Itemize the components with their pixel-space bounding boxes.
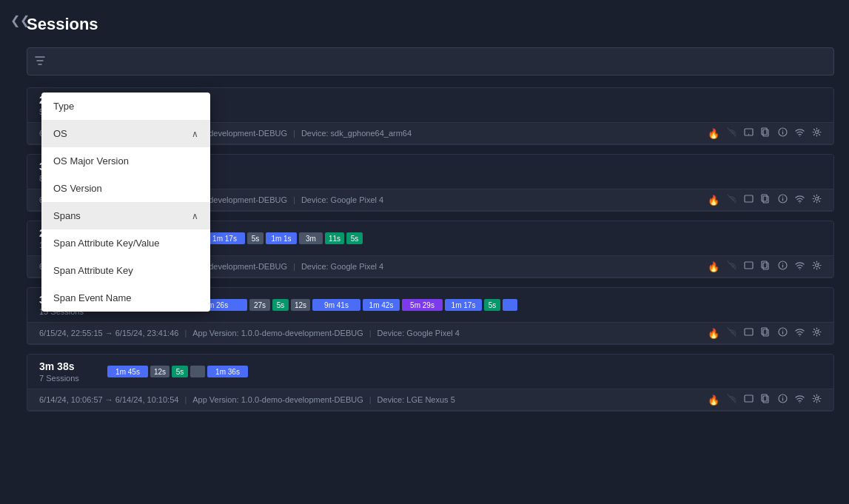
- timeline-block: 9m 41s: [312, 299, 360, 311]
- session-meta: 6/14/24, 10:06:57 → 6/14/24, 10:10:54 | …: [27, 389, 833, 411]
- dropdown-item-os[interactable]: OS ∧: [41, 120, 210, 147]
- session-card: 3m 38s 7 Sessions 1m 45s 12s 5s 1m 36s 6…: [27, 354, 834, 411]
- session-action-icons: 🔥: [708, 194, 822, 206]
- filter-input[interactable]: [51, 56, 826, 67]
- svg-point-24: [816, 397, 819, 400]
- session-app-version: App Version: 1.0.0-demo-development-DEBU…: [192, 395, 363, 404]
- dropdown-item-span-attr-kv[interactable]: Span Attribute Key/Value: [41, 229, 210, 257]
- timeline-block: 1m 17s: [204, 232, 245, 244]
- session-count: 7 Sessions: [39, 374, 98, 383]
- session-duration: 3m 38s: [39, 360, 98, 372]
- svg-rect-17: [762, 328, 767, 335]
- timeline-block: 1m 42s: [363, 299, 400, 311]
- session-device: Device: Google Pixel 4: [301, 195, 383, 204]
- info-icon[interactable]: [778, 261, 788, 272]
- session-device: Device: LGE Nexus 5: [377, 395, 455, 404]
- dropdown-item-type[interactable]: Type: [41, 93, 210, 120]
- wifi-icon[interactable]: [795, 394, 805, 406]
- dropdown-item-span-attr-k[interactable]: Span Attribute Key: [41, 257, 210, 284]
- session-action-icons: 🔥: [708, 127, 822, 139]
- copy-icon[interactable]: [761, 194, 771, 206]
- wifi-icon[interactable]: [795, 261, 805, 272]
- svg-point-4: [816, 131, 819, 134]
- gear-icon[interactable]: [812, 394, 822, 406]
- svg-rect-7: [762, 195, 767, 201]
- session-action-icons: 🔥: [708, 261, 822, 272]
- gear-icon[interactable]: [812, 194, 822, 206]
- wifi-off-icon[interactable]: [727, 194, 736, 206]
- fire-icon[interactable]: 🔥: [708, 328, 719, 339]
- page-title: Sessions: [27, 15, 834, 34]
- svg-rect-22: [762, 394, 767, 401]
- session-meta: 6/15/24, 22:55:15 → 6/15/24, 23:41:46 | …: [27, 323, 833, 344]
- session-app-version: App Version: 1.0.0-demo-development-DEBU…: [192, 329, 363, 337]
- copy-icon[interactable]: [761, 327, 771, 339]
- session-action-icons: 🔥: [708, 394, 822, 406]
- timeline-block: [190, 366, 205, 377]
- wifi-off-icon[interactable]: [727, 327, 736, 339]
- timeline-block: [503, 299, 517, 311]
- dropdown-item-os-version[interactable]: OS Version: [41, 175, 210, 202]
- fire-icon[interactable]: 🔥: [708, 128, 719, 139]
- svg-rect-6: [763, 196, 768, 203]
- filter-dropdown: Type OS ∧ OS Major Version OS Version Sp…: [41, 93, 210, 312]
- session-date: 6/14/24, 10:06:57 → 6/14/24, 10:10:54: [39, 395, 178, 404]
- timeline-block: 27s: [249, 299, 270, 311]
- fire-icon[interactable]: 🔥: [708, 394, 719, 406]
- session-device: Device: Google Pixel 4: [377, 329, 460, 337]
- tablet-icon[interactable]: [744, 327, 754, 339]
- svg-rect-12: [762, 261, 767, 268]
- tablet-icon[interactable]: [744, 194, 754, 206]
- svg-rect-2: [762, 128, 767, 135]
- svg-rect-20: [745, 395, 753, 402]
- copy-icon[interactable]: [761, 394, 771, 406]
- fire-icon[interactable]: 🔥: [708, 261, 719, 272]
- svg-rect-11: [763, 263, 768, 269]
- timeline-block: 1m 36s: [207, 366, 248, 377]
- timeline-block: 5s: [272, 299, 289, 311]
- info-icon[interactable]: [778, 194, 788, 206]
- wifi-icon[interactable]: [795, 327, 805, 339]
- svg-point-19: [816, 331, 819, 334]
- dropdown-item-span-event[interactable]: Span Event Name: [41, 284, 210, 312]
- wifi-off-icon[interactable]: [727, 127, 736, 139]
- session-date: 6/15/24, 22:55:15 → 6/15/24, 23:41:46: [39, 329, 178, 337]
- wifi-off-icon[interactable]: [727, 261, 736, 272]
- svg-rect-5: [745, 195, 753, 202]
- wifi-icon[interactable]: [795, 127, 805, 139]
- timeline-block: 5s: [484, 299, 500, 311]
- info-icon[interactable]: [778, 394, 788, 406]
- svg-point-9: [816, 198, 819, 201]
- timeline-block: 12s: [150, 366, 170, 377]
- wifi-icon[interactable]: [795, 194, 805, 206]
- dropdown-item-spans[interactable]: Spans ∧: [41, 202, 210, 229]
- session-header: 3m 38s 7 Sessions 1m 45s 12s 5s 1m 36s: [27, 355, 833, 389]
- gear-icon[interactable]: [812, 261, 822, 272]
- svg-rect-15: [745, 329, 753, 335]
- timeline-block: 3m: [299, 232, 323, 244]
- wifi-off-icon[interactable]: [727, 394, 736, 406]
- tablet-icon[interactable]: [744, 127, 754, 139]
- timeline-block: 5s: [247, 232, 264, 244]
- dropdown-item-os-major[interactable]: OS Major Version: [41, 147, 210, 175]
- svg-rect-16: [763, 329, 768, 336]
- timeline-block: 5s: [346, 232, 363, 244]
- tablet-icon[interactable]: [744, 394, 754, 406]
- gear-icon[interactable]: [812, 127, 822, 139]
- copy-icon[interactable]: [761, 127, 771, 139]
- svg-rect-1: [763, 130, 768, 136]
- session-action-icons: 🔥: [708, 327, 822, 339]
- timeline-block: 1m 1s: [266, 232, 297, 244]
- fire-icon[interactable]: 🔥: [708, 195, 719, 206]
- gear-icon[interactable]: [812, 327, 822, 339]
- filter-bar: [27, 47, 834, 75]
- copy-icon[interactable]: [761, 261, 771, 272]
- chevron-up-icon-spans: ∧: [192, 211, 198, 221]
- timeline-block: 12s: [291, 299, 310, 311]
- tablet-icon[interactable]: [744, 261, 754, 272]
- chevron-up-icon: ∧: [192, 129, 198, 139]
- info-icon[interactable]: [778, 327, 788, 339]
- info-icon[interactable]: [778, 127, 788, 139]
- timeline-block: 11s: [325, 232, 344, 244]
- svg-rect-10: [745, 262, 753, 269]
